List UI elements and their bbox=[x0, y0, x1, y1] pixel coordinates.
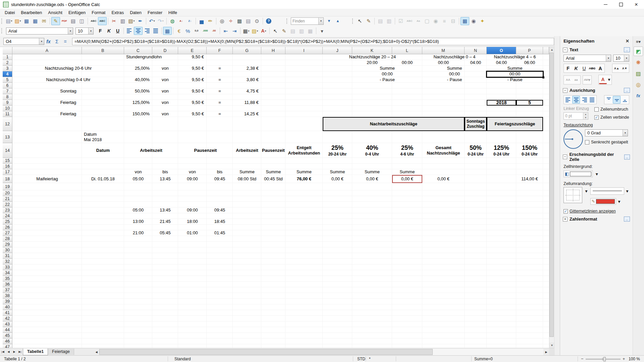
row-header-18[interactable]: 18 bbox=[3, 175, 12, 183]
bold-icon[interactable]: F bbox=[96, 27, 105, 35]
cell-E18[interactable]: 09:00 bbox=[178, 175, 207, 183]
cell-G3[interactable]: 2,38 € bbox=[233, 66, 261, 71]
border-line-style-combo[interactable] bbox=[590, 187, 624, 195]
cell-B18[interactable]: Di. 01.05.18 bbox=[82, 175, 124, 183]
row-header-39[interactable]: 39 bbox=[3, 299, 12, 304]
format-paintbrush-icon[interactable]: ✒ bbox=[136, 17, 145, 25]
stepper-down-icon[interactable]: ▼ bbox=[583, 116, 588, 119]
help-icon[interactable]: ? bbox=[264, 17, 273, 25]
cell-C9[interactable]: 125,00% bbox=[124, 100, 152, 106]
cell-I18[interactable]: 76,00 € bbox=[285, 175, 323, 183]
row-header-35[interactable]: 35 bbox=[3, 276, 12, 282]
row-header-21[interactable]: 21 bbox=[3, 196, 12, 202]
font-color-icon[interactable]: A▾ bbox=[259, 27, 268, 35]
spellcheck-icon[interactable]: ABC bbox=[89, 17, 98, 25]
cell-M2[interactable]: 00:00 bbox=[422, 60, 465, 66]
row-header-14[interactable]: 14 bbox=[3, 143, 12, 158]
background-color-dropdown-icon[interactable]: ▾ bbox=[595, 170, 599, 178]
cell-H14[interactable]: Pausenzeit bbox=[261, 143, 285, 158]
cell-E1[interactable]: 9,50 € bbox=[178, 54, 207, 60]
number-format-standard-icon[interactable]: 0,0 bbox=[192, 27, 201, 35]
cell-I17[interactable]: Summe bbox=[285, 169, 323, 175]
orientation-degrees-combo[interactable]: 0 Grad ▾ bbox=[585, 129, 628, 136]
cell-F9[interactable]: = bbox=[207, 100, 233, 106]
cell-C7[interactable]: 50,00% bbox=[124, 88, 152, 94]
row-header-20[interactable]: 20 bbox=[3, 190, 12, 196]
cell-L2[interactable]: 00:00 bbox=[392, 60, 422, 66]
border-color-dropdown-icon[interactable]: ▾ bbox=[617, 197, 621, 205]
border-color-button[interactable]: ✎ bbox=[590, 198, 616, 205]
cell-E25[interactable]: 18:00 bbox=[178, 219, 207, 225]
toolbar-overflow-icon[interactable]: ▾ bbox=[318, 27, 326, 35]
row-header-30[interactable]: 30 bbox=[3, 247, 12, 253]
row-header-41[interactable]: 41 bbox=[3, 310, 12, 316]
column-header-C[interactable]: C bbox=[124, 47, 152, 54]
menu-hilfe[interactable]: Hilfe bbox=[165, 9, 180, 16]
row-header-7[interactable]: 7 bbox=[3, 88, 12, 94]
cell-M5[interactable]: - Pause bbox=[422, 77, 487, 83]
find-dropdown-icon[interactable]: ▾ bbox=[318, 18, 323, 24]
column-header-O[interactable]: O bbox=[487, 47, 516, 54]
find-toolbar-handle[interactable] bbox=[286, 18, 288, 24]
italic-button[interactable]: K bbox=[572, 64, 580, 72]
column-header-H[interactable]: H bbox=[261, 47, 285, 54]
align-right-icon[interactable] bbox=[143, 27, 151, 35]
cell-O5[interactable]: - Pause bbox=[487, 77, 543, 83]
cell-O2[interactable]: 04:00 bbox=[487, 60, 516, 66]
font-size-dropdown-icon[interactable]: ▾ bbox=[88, 28, 93, 34]
cell-D18[interactable]: 13:45 bbox=[152, 175, 178, 183]
cell-J17[interactable]: Summe bbox=[323, 169, 352, 175]
number-format-section-header[interactable]: + Zahlenformat ··· bbox=[560, 215, 633, 223]
column-header-N[interactable]: N bbox=[465, 47, 487, 54]
underline-button[interactable]: U bbox=[580, 64, 588, 72]
row-header-12[interactable]: 12 bbox=[3, 117, 12, 131]
row-header-2[interactable]: 2 bbox=[3, 60, 12, 66]
cell-F23[interactable]: 09:45 bbox=[207, 207, 233, 213]
stacked-checkbox-box[interactable] bbox=[585, 140, 589, 144]
cell-F25[interactable]: 18:45 bbox=[207, 219, 233, 225]
cell-J1[interactable]: Nachtzuschläge 20 – 24 bbox=[323, 54, 422, 60]
stepper-up-icon[interactable]: ▲ bbox=[583, 113, 588, 116]
equals-icon[interactable]: = bbox=[61, 38, 69, 45]
align-justify-button[interactable] bbox=[588, 96, 596, 104]
collapse-icon[interactable]: − bbox=[563, 88, 568, 93]
cell-H18[interactable]: 00:45 Std bbox=[261, 175, 285, 183]
column-header-G[interactable]: G bbox=[233, 47, 261, 54]
column-header-I[interactable]: I bbox=[285, 47, 323, 54]
row-header-44[interactable]: 44 bbox=[3, 327, 12, 333]
zoom-out-icon[interactable]: − bbox=[581, 356, 584, 361]
navigator-deck-icon[interactable]: ◎ bbox=[634, 80, 643, 89]
cell-F3[interactable]: = bbox=[207, 66, 233, 71]
cell-C5[interactable]: 40,00% bbox=[124, 77, 152, 83]
cell-M3[interactable]: Summe bbox=[422, 66, 487, 71]
cell-B13[interactable]: DatumMai 2018 bbox=[82, 131, 124, 143]
column-header-K[interactable]: K bbox=[352, 47, 392, 54]
cell-M1[interactable]: Nachtzuschläge 0 – 4 bbox=[422, 54, 487, 60]
row-header-31[interactable]: 31 bbox=[3, 253, 12, 259]
scroll-down-icon[interactable]: ▼ bbox=[549, 343, 554, 348]
cell-C17[interactable]: von bbox=[124, 169, 152, 175]
cell-K2[interactable]: 20:00 bbox=[352, 60, 392, 66]
vertical-scroll-thumb[interactable] bbox=[549, 53, 554, 337]
merge-cells-checkbox-box[interactable] bbox=[594, 115, 599, 120]
number-format-percent-icon[interactable]: % bbox=[183, 27, 192, 35]
line-style-dropdown-icon[interactable]: ▾ bbox=[625, 187, 629, 195]
sidebar-font-name-dropdown-icon[interactable]: ▾ bbox=[606, 55, 611, 61]
menu-datei[interactable]: Datei bbox=[2, 9, 18, 16]
cell-P9[interactable]: 5 bbox=[516, 100, 543, 106]
expand-icon[interactable]: + bbox=[563, 217, 568, 222]
save-as-icon[interactable]: ▦ bbox=[31, 17, 40, 25]
row-header-27[interactable]: 27 bbox=[3, 230, 12, 236]
cell-J18[interactable]: 0,00 € bbox=[323, 175, 352, 183]
align-left-icon[interactable] bbox=[125, 27, 134, 35]
cell-C18[interactable]: 05:00 bbox=[124, 175, 152, 183]
appearance-section-header[interactable]: − Erscheinungsbild der Zelle ··· bbox=[560, 150, 633, 163]
wrap-text-checkbox-box[interactable] bbox=[594, 107, 599, 112]
form-toolbar-handle[interactable] bbox=[352, 18, 354, 24]
cell-G11[interactable]: 14,25 € bbox=[233, 111, 261, 117]
cell-M14[interactable]: GesamtNachtzuschläge bbox=[422, 143, 465, 158]
row-header-34[interactable]: 34 bbox=[3, 270, 12, 276]
export-pdf-icon[interactable]: PDF bbox=[60, 17, 69, 25]
column-header-M[interactable]: M bbox=[422, 47, 465, 54]
hscroll-right-icon[interactable]: ▶ bbox=[543, 348, 549, 356]
